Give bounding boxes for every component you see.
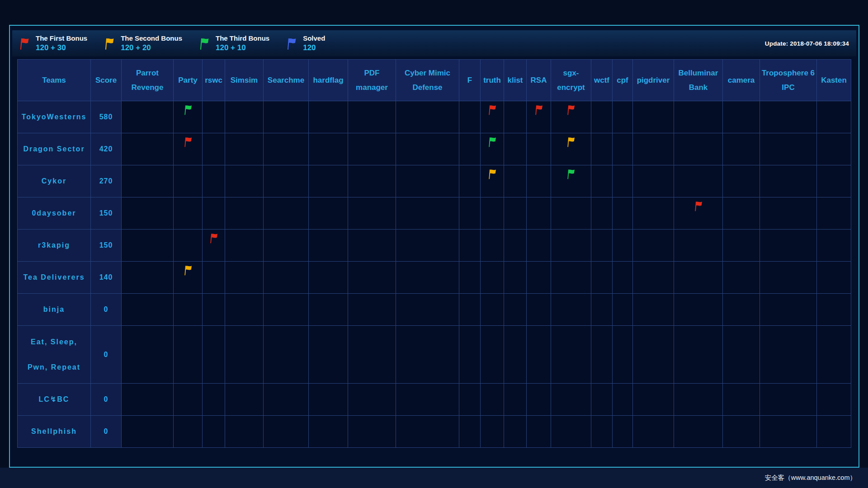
challenge-cell-parrot-revenge xyxy=(122,197,174,230)
challenge-cell-rsa xyxy=(527,326,551,384)
challenge-cell-party xyxy=(174,165,203,197)
green-flag-icon xyxy=(566,169,576,179)
challenge-cell-party xyxy=(174,416,203,448)
challenge-cell-truth xyxy=(481,133,504,165)
column-header-sgx-encrypt: sgx-encrypt xyxy=(551,60,591,101)
challenge-cell-party xyxy=(174,101,203,133)
green-flag-icon xyxy=(487,136,497,147)
challenge-cell-troposphere-6-ipc xyxy=(760,165,817,197)
scoreboard-panel: The First Bonus120 + 30The Second Bonus1… xyxy=(9,25,859,468)
challenge-cell-camera xyxy=(723,416,760,448)
legend-item-red: The First Bonus120 + 30 xyxy=(19,34,87,53)
challenge-cell-f xyxy=(459,101,481,133)
table-row: TokyoWesterns580 xyxy=(18,101,851,133)
challenge-cell-searchme xyxy=(264,384,309,416)
challenge-cell-simsim xyxy=(225,133,264,165)
challenge-cell-rswc xyxy=(203,294,225,326)
column-header-cyber-mimic-defense: Cyber Mimic Defense xyxy=(396,60,459,101)
red-flag-icon xyxy=(487,104,497,115)
challenge-cell-cpf xyxy=(613,326,633,384)
challenge-cell-klist xyxy=(504,165,527,197)
challenge-cell-troposphere-6-ipc xyxy=(760,230,817,262)
challenge-cell-kasten xyxy=(817,384,851,416)
challenge-cell-camera xyxy=(723,262,760,294)
challenge-cell-pdf-manager xyxy=(348,326,396,384)
table-row: binja0 xyxy=(18,294,851,326)
table-row: LC↯BC0 xyxy=(18,384,851,416)
challenge-cell-f xyxy=(459,294,481,326)
challenge-cell-wctf xyxy=(591,416,613,448)
column-header-teams: Teams xyxy=(18,60,91,101)
challenge-cell-pigdriver xyxy=(633,416,674,448)
challenge-cell-wctf xyxy=(591,230,613,262)
challenge-cell-cpf xyxy=(613,384,633,416)
challenge-cell-pdf-manager xyxy=(348,294,396,326)
challenge-cell-searchme xyxy=(264,197,309,230)
challenge-cell-sgx-encrypt xyxy=(551,294,591,326)
challenge-cell-camera xyxy=(723,133,760,165)
column-header-klist: klist xyxy=(504,60,527,101)
challenge-cell-party xyxy=(174,384,203,416)
challenge-cell-rswc xyxy=(203,197,225,230)
challenge-cell-camera xyxy=(723,197,760,230)
challenge-cell-belluminar-bank xyxy=(674,326,723,384)
column-header-pigdriver: pigdriver xyxy=(633,60,674,101)
table-row: Tea Deliverers140 xyxy=(18,262,851,294)
column-header-cpf: cpf xyxy=(613,60,633,101)
challenge-cell-f xyxy=(459,262,481,294)
challenge-cell-klist xyxy=(504,101,527,133)
challenge-cell-cyber-mimic-defense xyxy=(396,165,459,197)
challenge-cell-truth xyxy=(481,416,504,448)
challenge-cell-camera xyxy=(723,384,760,416)
challenge-cell-parrot-revenge xyxy=(122,294,174,326)
challenge-cell-pigdriver xyxy=(633,326,674,384)
challenge-cell-pdf-manager xyxy=(348,165,396,197)
challenge-cell-party xyxy=(174,133,203,165)
challenge-cell-kasten xyxy=(817,197,851,230)
challenge-cell-belluminar-bank xyxy=(674,230,723,262)
challenge-cell-parrot-revenge xyxy=(122,165,174,197)
challenge-cell-f xyxy=(459,416,481,448)
blue-flag-icon xyxy=(286,37,297,50)
score-cell: 140 xyxy=(91,262,122,294)
challenge-cell-cyber-mimic-defense xyxy=(396,101,459,133)
challenge-cell-rsa xyxy=(527,133,551,165)
column-header-score: Score xyxy=(91,60,122,101)
challenge-cell-searchme xyxy=(264,165,309,197)
challenge-cell-pdf-manager xyxy=(348,230,396,262)
red-flag-icon xyxy=(534,104,544,115)
challenge-cell-searchme xyxy=(264,326,309,384)
challenge-cell-hardflag xyxy=(309,262,348,294)
challenge-cell-parrot-revenge xyxy=(122,133,174,165)
challenge-cell-belluminar-bank xyxy=(674,262,723,294)
challenge-cell-searchme xyxy=(264,101,309,133)
challenge-cell-truth xyxy=(481,294,504,326)
challenge-cell-troposphere-6-ipc xyxy=(760,294,817,326)
team-name-cell: 0daysober xyxy=(18,197,91,230)
challenge-cell-rswc xyxy=(203,326,225,384)
challenge-cell-truth xyxy=(481,262,504,294)
challenge-cell-rsa xyxy=(527,101,551,133)
challenge-cell-hardflag xyxy=(309,230,348,262)
challenge-cell-kasten xyxy=(817,294,851,326)
challenge-cell-parrot-revenge xyxy=(122,416,174,448)
score-cell: 150 xyxy=(91,197,122,230)
challenge-cell-cpf xyxy=(613,294,633,326)
challenge-cell-hardflag xyxy=(309,416,348,448)
challenge-cell-searchme xyxy=(264,262,309,294)
challenge-cell-cyber-mimic-defense xyxy=(396,230,459,262)
challenge-cell-rswc xyxy=(203,133,225,165)
challenge-cell-klist xyxy=(504,133,527,165)
table-header: TeamsScoreParrot RevengePartyrswcSimsimS… xyxy=(18,60,851,101)
challenge-cell-belluminar-bank xyxy=(674,133,723,165)
challenge-cell-pdf-manager xyxy=(348,262,396,294)
challenge-cell-camera xyxy=(723,230,760,262)
challenge-cell-troposphere-6-ipc xyxy=(760,101,817,133)
team-name-cell: Tea Deliverers xyxy=(18,262,91,294)
yellow-flag-icon xyxy=(104,37,115,50)
challenge-cell-hardflag xyxy=(309,326,348,384)
challenge-cell-parrot-revenge xyxy=(122,101,174,133)
challenge-cell-cpf xyxy=(613,101,633,133)
challenge-cell-party xyxy=(174,326,203,384)
challenge-cell-searchme xyxy=(264,416,309,448)
